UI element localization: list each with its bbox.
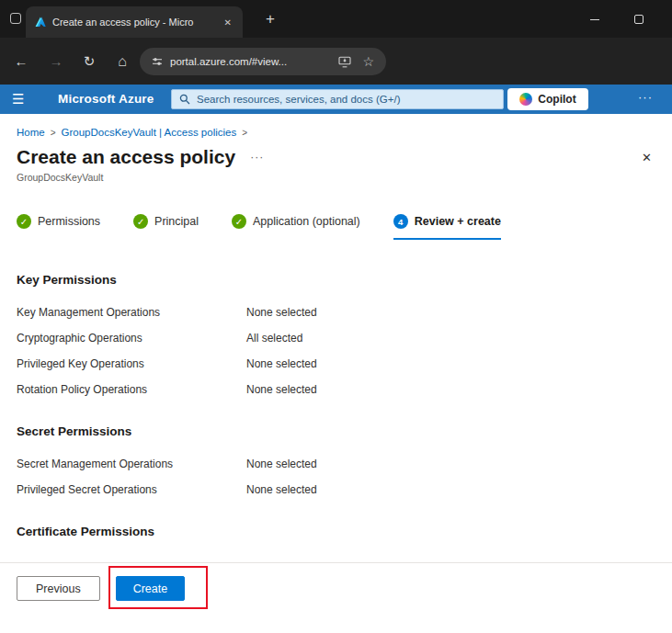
permission-label: Secret Management Operations xyxy=(17,458,246,470)
maximize-icon xyxy=(634,15,644,24)
title-more-icon[interactable]: ··· xyxy=(250,151,264,164)
permission-label: Cryptographic Operations xyxy=(17,332,246,345)
step-complete-icon: ✓ xyxy=(232,214,246,229)
back-button[interactable]: ← xyxy=(11,52,31,71)
wizard-steps: ✓ Permissions ✓ Principal ✓ Application … xyxy=(17,214,655,240)
portal-search[interactable] xyxy=(171,89,504,109)
step-label: Review + create xyxy=(415,215,501,228)
browser-tab-active[interactable]: Create an access policy - Micro ✕ xyxy=(26,6,243,38)
page-subtitle: GroupDocsKeyVault xyxy=(17,172,655,183)
url-text: portal.azure.com/#view... xyxy=(170,56,327,67)
minimize-icon xyxy=(590,19,599,20)
tab-review-create[interactable]: 4 Review + create xyxy=(393,214,501,240)
permission-row: Key Management Operations None selected xyxy=(0,300,672,325)
permission-label: Rotation Policy Operations xyxy=(17,383,246,396)
favorite-star-icon[interactable]: ☆ xyxy=(362,55,374,68)
refresh-button[interactable]: ↻ xyxy=(79,52,99,71)
tab-principal[interactable]: ✓ Principal xyxy=(133,214,199,240)
breadcrumb-home-link[interactable]: Home xyxy=(17,127,45,138)
site-permissions-icon[interactable] xyxy=(152,56,163,67)
step-number-badge: 4 xyxy=(393,214,408,229)
step-label: Application (optional) xyxy=(253,215,360,228)
permission-label: Privileged Key Operations xyxy=(17,357,246,370)
send-to-device-icon[interactable] xyxy=(338,56,351,68)
minimize-button[interactable] xyxy=(583,11,607,28)
permission-value: All selected xyxy=(246,332,655,345)
permission-value: None selected xyxy=(246,483,655,496)
create-button[interactable]: Create xyxy=(116,576,186,601)
breadcrumb-keyvault-link[interactable]: GroupDocsKeyVault | Access policies xyxy=(62,127,237,138)
chevron-right-icon: > xyxy=(242,128,247,138)
tab-application-optional[interactable]: ✓ Application (optional) xyxy=(232,214,360,240)
copilot-button[interactable]: Copilot xyxy=(507,88,588,110)
permission-row: Privileged Key Operations None selected xyxy=(0,351,672,377)
permission-value: None selected xyxy=(246,357,655,370)
forward-button[interactable]: → xyxy=(46,52,66,71)
browser-window: Create an access policy - Micro ✕ + ← → … xyxy=(0,0,672,633)
close-blade-icon[interactable]: ✕ xyxy=(638,149,655,166)
step-complete-icon: ✓ xyxy=(133,214,148,229)
permission-value: None selected xyxy=(246,306,655,319)
portal-menu-icon[interactable]: ☰ xyxy=(12,91,24,107)
new-tab-button[interactable]: + xyxy=(259,8,281,30)
section-title-certificate-permissions: Certificate Permissions xyxy=(17,525,655,538)
section-title-secret-permissions: Secret Permissions xyxy=(17,424,655,438)
breadcrumb: Home > GroupDocsKeyVault | Access polici… xyxy=(17,127,655,138)
permission-label: Privileged Secret Operations xyxy=(17,483,246,496)
workspaces-icon[interactable] xyxy=(10,13,21,24)
copilot-icon xyxy=(519,93,532,106)
step-label: Permissions xyxy=(38,215,100,228)
footer-divider xyxy=(0,562,672,563)
browser-navbar: ← → ↻ ⌂ portal.azure.com/#view... xyxy=(0,38,672,85)
page-title: Create an access policy xyxy=(17,145,235,169)
permission-row: Rotation Policy Operations None selected xyxy=(0,377,672,402)
section-title-key-permissions: Key Permissions xyxy=(17,273,655,287)
permission-row: Cryptographic Operations All selected xyxy=(0,325,672,351)
search-icon xyxy=(179,94,190,105)
key-permissions-rows: Key Management Operations None selected … xyxy=(0,300,672,402)
azure-portal-header: ☰ Microsoft Azure Copilot ··· xyxy=(0,85,672,114)
address-bar[interactable]: portal.azure.com/#view... ☆ xyxy=(140,48,386,75)
chevron-right-icon: > xyxy=(51,128,56,138)
browser-titlebar: Create an access policy - Micro ✕ + xyxy=(0,0,672,38)
permission-value: None selected xyxy=(246,458,655,470)
secret-permissions-rows: Secret Management Operations None select… xyxy=(0,451,672,503)
azure-favicon xyxy=(34,16,47,28)
step-complete-icon: ✓ xyxy=(17,214,31,229)
tab-close-icon[interactable]: ✕ xyxy=(222,16,234,29)
maximize-button[interactable] xyxy=(627,11,651,28)
home-button[interactable]: ⌂ xyxy=(112,52,132,71)
header-more-icon[interactable]: ··· xyxy=(638,90,653,104)
tab-title: Create an access policy - Micro xyxy=(52,17,216,28)
permission-row: Privileged Secret Operations None select… xyxy=(0,477,672,503)
permission-label: Key Management Operations xyxy=(17,306,246,319)
permission-value: None selected xyxy=(246,383,655,396)
previous-button[interactable]: Previous xyxy=(17,576,100,601)
copilot-label: Copilot xyxy=(538,93,575,106)
footer-buttons: Previous Create xyxy=(17,576,185,601)
step-label: Principal xyxy=(154,215,199,228)
create-button-wrap: Create xyxy=(116,576,186,601)
title-row: Create an access policy ··· ✕ xyxy=(17,145,655,169)
permission-row: Secret Management Operations None select… xyxy=(0,451,672,477)
portal-content: Home > GroupDocsKeyVault | Access polici… xyxy=(0,114,672,633)
search-input[interactable] xyxy=(197,94,495,105)
tab-permissions[interactable]: ✓ Permissions xyxy=(17,214,100,240)
azure-brand[interactable]: Microsoft Azure xyxy=(58,92,154,106)
